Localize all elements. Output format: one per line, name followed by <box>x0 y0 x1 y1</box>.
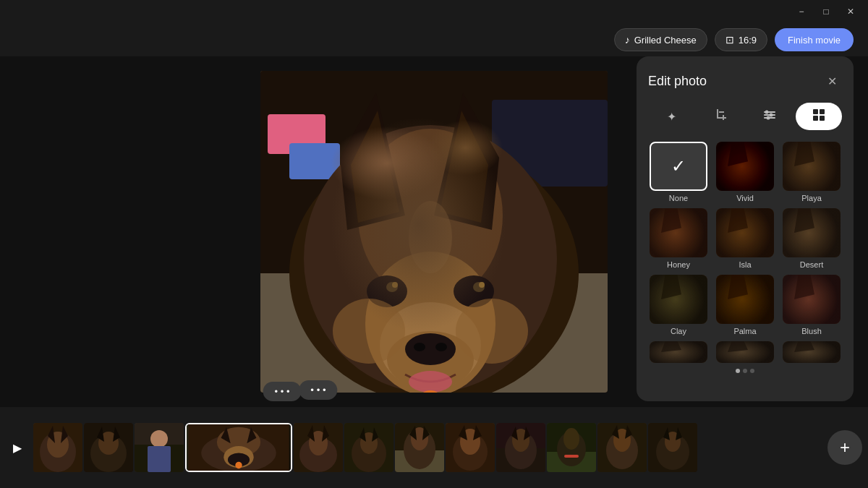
thumb-bg-7 <box>395 423 444 472</box>
filter-palma-label: Palma <box>733 327 756 335</box>
filter-palma[interactable]: Palma <box>715 275 775 335</box>
tab-enhance[interactable]: ✦ <box>648 103 694 130</box>
svg-rect-4 <box>492 100 608 187</box>
music-button[interactable]: ♪ Grilled Cheese <box>614 28 707 51</box>
timeline-area: ▶ <box>0 407 868 488</box>
timeline-thumb-12[interactable] <box>648 423 697 472</box>
play-button[interactable]: ▶ <box>6 436 29 459</box>
timeline-thumb-7[interactable] <box>395 423 444 472</box>
filter-clay-thumb <box>650 275 707 324</box>
more-options-button[interactable]: • • • <box>299 380 337 400</box>
thumb-bg-5 <box>294 423 343 472</box>
thumb-bg-12 <box>648 423 697 472</box>
svg-point-6 <box>304 125 557 393</box>
filter-none-thumb <box>650 142 707 191</box>
tab-adjust[interactable] <box>746 103 793 130</box>
svg-rect-93 <box>564 455 579 458</box>
clip-options-button-container: • • • <box>263 382 302 401</box>
svg-marker-22 <box>434 93 499 230</box>
filter-isla[interactable]: Isla <box>715 208 775 269</box>
aspect-ratio-label: 16:9 <box>739 35 757 46</box>
finish-movie-button[interactable]: Finish movie <box>775 28 854 51</box>
add-icon: + <box>840 437 850 458</box>
filter-desert[interactable]: Desert <box>781 208 842 269</box>
filter-palma-thumb <box>716 275 774 324</box>
thumb-bg-4 <box>187 424 291 471</box>
title-bar: − □ ✕ <box>0 0 868 23</box>
minimize-button[interactable]: − <box>790 4 813 20</box>
filter-desert-label: Desert <box>800 260 823 269</box>
edit-panel-close-button[interactable]: ✕ <box>822 71 842 91</box>
filter-row4-2-thumb <box>716 341 774 363</box>
tab-crop[interactable] <box>697 103 744 130</box>
thumb-bg-1 <box>33 423 82 472</box>
svg-point-61 <box>235 462 242 468</box>
filter-isla-label: Isla <box>739 260 751 269</box>
filter-vivid[interactable]: Vivid <box>715 142 775 202</box>
filter-isla-thumb <box>716 208 774 257</box>
page-dots <box>648 369 842 373</box>
svg-rect-39 <box>820 116 825 121</box>
svg-marker-21 <box>351 111 399 223</box>
filter-honey-thumb <box>650 208 707 257</box>
svg-point-29 <box>409 201 452 273</box>
music-label: Grilled Cheese <box>634 35 697 46</box>
timeline-thumb-11[interactable] <box>597 423 647 472</box>
toolbar: ♪ Grilled Cheese ⊡ 16:9 Finish movie <box>0 23 868 56</box>
svg-point-14 <box>367 275 407 307</box>
filter-icon <box>812 108 826 125</box>
timeline-thumb-9[interactable] <box>496 423 545 472</box>
clip-options-icon: • • • <box>275 386 290 397</box>
clip-options-button[interactable]: • • • <box>263 382 302 401</box>
filters-grid: None Vivid Playa Honey I <box>648 142 842 363</box>
filter-none-label: None <box>669 194 688 202</box>
timeline-thumb-10[interactable] <box>547 423 596 472</box>
svg-rect-36 <box>813 109 818 114</box>
filter-row4-3[interactable] <box>781 341 842 363</box>
filter-blush[interactable]: Blush <box>781 275 842 335</box>
add-clip-button[interactable]: + <box>827 430 862 465</box>
svg-point-18 <box>392 282 398 288</box>
svg-rect-3 <box>289 143 340 179</box>
filter-row4-1[interactable] <box>648 341 709 363</box>
filter-none[interactable]: None <box>648 142 709 202</box>
timeline-thumb-3[interactable] <box>135 423 184 472</box>
preview-image <box>260 71 608 393</box>
edit-photo-panel: Edit photo ✕ ✦ <box>637 56 854 401</box>
thumb-bg-3 <box>135 423 184 472</box>
svg-rect-38 <box>813 116 818 121</box>
filter-honey[interactable]: Honey <box>648 208 709 269</box>
dog-image <box>260 71 608 393</box>
aspect-ratio-button[interactable]: ⊡ 16:9 <box>715 28 767 51</box>
maximize-button[interactable]: □ <box>814 4 838 20</box>
photo-preview <box>260 71 608 393</box>
filter-playa[interactable]: Playa <box>781 142 842 202</box>
svg-point-52 <box>150 430 168 448</box>
timeline-thumb-2[interactable] <box>84 423 133 472</box>
svg-point-11 <box>405 333 456 365</box>
dot-1 <box>736 369 740 373</box>
timeline-thumb-1[interactable] <box>33 423 82 472</box>
filter-clay[interactable]: Clay <box>648 275 709 335</box>
svg-point-25 <box>456 299 528 364</box>
close-button[interactable]: ✕ <box>839 4 862 20</box>
tab-filter[interactable] <box>796 103 842 130</box>
timeline-thumb-8[interactable] <box>446 423 495 472</box>
dot-2 <box>743 369 747 373</box>
svg-marker-23 <box>440 111 488 223</box>
filter-row4-2[interactable] <box>715 341 775 363</box>
thumb-bg-6 <box>344 423 393 472</box>
svg-point-92 <box>563 428 579 450</box>
filter-vivid-label: Vivid <box>736 194 754 202</box>
adjust-icon <box>762 108 777 125</box>
svg-point-17 <box>473 282 485 292</box>
filter-row4-1-thumb <box>650 341 707 363</box>
filter-blush-thumb <box>783 275 841 324</box>
svg-point-5 <box>289 143 579 393</box>
timeline-thumb-5[interactable] <box>294 423 343 472</box>
thumb-bg-10 <box>547 423 596 472</box>
music-icon: ♪ <box>625 34 630 46</box>
timeline-thumb-4-selected[interactable] <box>185 423 292 472</box>
timeline-thumb-6[interactable] <box>344 423 393 472</box>
svg-rect-2 <box>268 114 326 154</box>
